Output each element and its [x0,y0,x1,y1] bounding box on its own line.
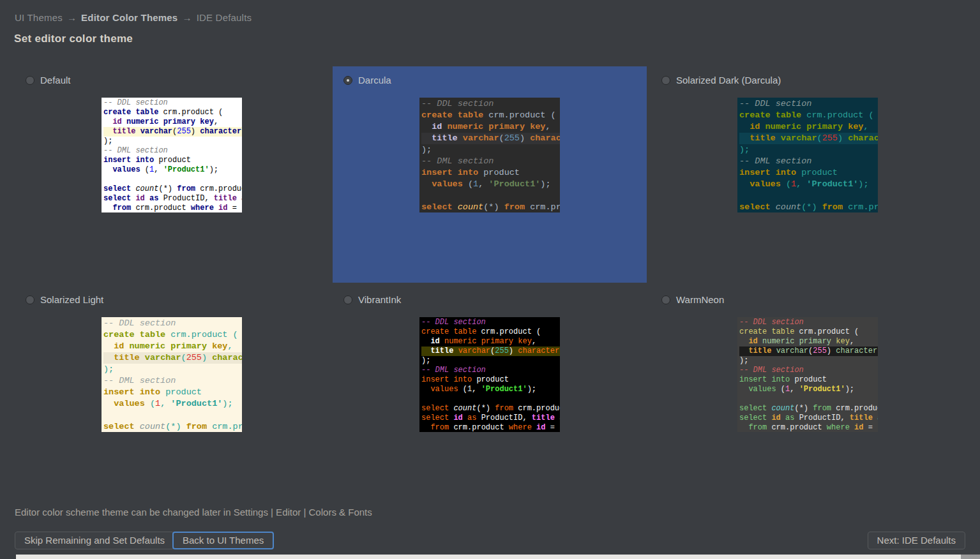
code-line: title varchar(255) character set [739,347,878,356]
code-line: select count(*) from crm.product [739,202,878,212]
radio-solarized-dark[interactable] [661,76,670,85]
code-line: values (1, 'Product1'); [739,385,878,394]
theme-preview-vibrantink: -- DDL sectioncreate table crm.product (… [419,317,560,432]
code-line: select id as ProductID, title as Name [739,414,878,423]
code-line: -- DML section [739,156,878,167]
skip-remaining-button[interactable]: Skip Remaining and Set Defaults [15,532,174,549]
code-line: select count(*) from crm.product [103,421,242,432]
theme-option-solarized-light[interactable]: Solarized Light-- DDL sectioncreate tabl… [15,286,329,502]
code-line [103,175,242,184]
footer-note: Editor color scheme theme can be changed… [15,507,372,518]
code-line: ); [421,144,560,156]
theme-option-warmneon[interactable]: WarmNeon-- DDL sectioncreate table crm.p… [651,286,965,502]
code-line: title varchar(255) character set [103,352,242,364]
code-line: ); [103,137,242,146]
code-line [103,410,242,421]
code-line: -- DDL section [103,318,242,329]
theme-preview-darcula: -- DDL sectioncreate table crm.product (… [419,98,560,212]
theme-preview-solarized-light: -- DDL sectioncreate table crm.product (… [102,317,242,432]
code-line: -- DDL section [739,318,878,327]
code-line [421,394,560,404]
code-line: select id as ProductID, title as Name [421,414,560,423]
breadcrumb-arrow-icon: → [182,12,192,23]
back-to-ui-themes-button[interactable]: Back to UI Themes [172,532,274,549]
code-line [421,190,560,202]
wizard-page: UI Themes→Editor Color Themes→IDE Defaul… [0,0,980,559]
code-line: title varchar(255) character set [739,133,878,144]
code-line: -- DDL section [103,98,242,108]
theme-radio-row: VibrantInk [343,294,401,305]
radio-solarized-light[interactable] [26,295,34,304]
code-line: create table crm.product ( [421,327,560,337]
code-line: create table crm.product ( [739,327,878,337]
theme-label-vibrantink: VibrantInk [358,294,401,305]
code-line: from crm.product where id = :1 [103,204,242,212]
radio-vibrantink[interactable] [343,295,352,304]
code-line: title varchar(255) character set [421,347,560,356]
code-line: insert into product [739,167,878,179]
theme-label-warmneon: WarmNeon [676,294,724,305]
code-line: -- DDL section [739,98,878,110]
code-line: id numeric primary key, [739,337,878,347]
next-ide-defaults-button[interactable]: Next: IDE Defaults [868,532,965,549]
code-line: -- DML section [103,146,242,156]
breadcrumb-editor-color-themes: Editor Color Themes [81,12,177,23]
code-line: -- DML section [421,156,560,167]
code-line: -- DDL section [421,98,560,110]
code-line: insert into product [103,387,242,398]
code-line: values (1, 'Product1'); [103,165,242,175]
code-line: insert into product [421,375,560,385]
code-line: ); [739,356,878,366]
code-line: ); [421,356,560,366]
breadcrumb: UI Themes→Editor Color Themes→IDE Defaul… [15,12,252,23]
code-line [739,394,878,404]
theme-option-default[interactable]: Default-- DDL sectioncreate table crm.pr… [15,66,329,283]
code-line: insert into product [103,156,242,165]
radio-default[interactable] [26,76,34,85]
code-line: id numeric primary key, [421,121,560,133]
theme-preview-warmneon: -- DDL sectioncreate table crm.product (… [737,317,878,432]
code-line: create table crm.product ( [739,110,878,121]
breadcrumb-arrow-icon: → [67,12,77,23]
code-line: title varchar(255) character set [103,127,242,137]
code-line: -- DDL section [421,318,560,327]
code-line: ); [739,144,878,156]
code-line [739,190,878,202]
code-line: create table crm.product ( [421,110,560,121]
theme-label-default: Default [40,75,71,86]
code-line: ); [103,364,242,375]
code-line: from crm.product where id = :1 [739,423,878,432]
code-line: -- DML section [421,366,560,375]
code-line: id numeric primary key, [739,121,878,133]
theme-label-darcula: Darcula [358,75,391,86]
code-line: select count(*) from crm.product [103,184,242,194]
theme-option-darcula[interactable]: Darcula-- DDL sectioncreate table crm.pr… [333,66,647,283]
code-line: create table crm.product ( [103,329,242,341]
code-line: create table crm.product ( [103,108,242,117]
theme-label-solarized-dark: Solarized Dark (Darcula) [676,75,781,86]
theme-option-solarized-dark[interactable]: Solarized Dark (Darcula)-- DDL sectioncr… [651,66,965,283]
theme-radio-row: Solarized Dark (Darcula) [661,75,781,86]
breadcrumb-ui-themes: UI Themes [15,12,63,23]
code-line: values (1, 'Product1'); [739,179,878,190]
theme-option-vibrantink[interactable]: VibrantInk-- DDL sectioncreate table crm… [333,286,647,502]
code-line: id numeric primary key, [421,337,560,347]
code-line: title varchar(255) character set [421,133,560,144]
radio-warmneon[interactable] [661,295,670,304]
code-line: id numeric primary key, [103,117,242,127]
code-line: -- DML section [103,375,242,387]
background-window-edge-accent [961,555,980,559]
code-line: select count(*) from crm.product [739,404,878,414]
code-line: select count(*) from crm.product [421,404,560,414]
code-line: values (1, 'Product1'); [421,179,560,190]
radio-darcula-selected[interactable] [343,76,352,85]
code-line: from crm.product where id = :1 [421,423,560,432]
theme-preview-solarized-dark: -- DDL sectioncreate table crm.product (… [737,98,878,212]
code-line: -- DML section [739,366,878,375]
theme-radio-row: Solarized Light [26,294,103,305]
background-window-edge [16,555,980,559]
theme-radio-row: WarmNeon [661,294,724,305]
code-line: select id as ProductID, title as Name [103,194,242,204]
theme-preview-default: -- DDL sectioncreate table crm.product (… [102,98,242,212]
theme-radio-row: Darcula [343,75,391,86]
